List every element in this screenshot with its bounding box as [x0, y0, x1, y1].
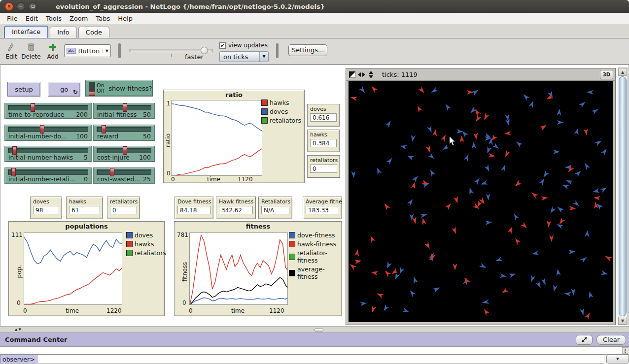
origin-corner-icon[interactable]	[349, 71, 355, 78]
plot-title: fitness	[175, 222, 342, 230]
legend-swatch	[289, 254, 295, 260]
turtle-agent	[587, 291, 594, 298]
turtle-agent	[473, 108, 481, 116]
slider-handle[interactable]	[11, 168, 16, 176]
vertical-arrows-icon[interactable]	[368, 71, 374, 78]
slider-cost-injure[interactable]: cost-injure100	[93, 146, 155, 162]
maximize-button[interactable]	[29, 2, 37, 11]
slider-time-to-reproduce[interactable]: time-to-reproduce200	[4, 103, 92, 119]
switch-track[interactable]	[89, 82, 95, 95]
turtle-agent	[375, 167, 382, 175]
slider-initial-number-retaliators[interactable]: initial-number-retali...0	[4, 167, 92, 184]
minimize-button[interactable]: −	[17, 2, 25, 11]
go-button[interactable]: go ↻	[48, 82, 80, 97]
turtle-agent	[370, 305, 376, 313]
legend-label: retaliators	[135, 249, 166, 257]
clear-button[interactable]: Clear	[596, 335, 626, 345]
monitor-hawks-ratio: hawks 0.384	[307, 130, 340, 152]
close-button[interactable]: ×	[5, 2, 13, 11]
tab-info[interactable]: Info	[50, 27, 77, 38]
turtle-agent	[591, 107, 599, 115]
legend-label: doves	[135, 232, 153, 239]
ratio-legend: hawksdovesretaliators	[261, 99, 301, 124]
turtle-agent	[385, 120, 392, 128]
trash-icon	[20, 42, 42, 53]
add-widget-button[interactable]: Add	[41, 42, 64, 60]
turtle-agent	[382, 304, 389, 313]
slider-initial-number-hawks[interactable]: initial-number-hawks5	[4, 146, 92, 162]
turtle-agent	[406, 153, 415, 160]
delete-widget-button[interactable]: Delete	[20, 42, 42, 60]
slider-handle[interactable]	[123, 146, 127, 155]
splitter-up-icon[interactable]: ▲	[15, 328, 17, 332]
turtle-agent	[390, 268, 399, 276]
horizontal-arrows-icon[interactable]	[358, 71, 365, 78]
legend-label: dove-fitness	[297, 232, 335, 239]
slider-handle[interactable]	[102, 125, 106, 133]
menu-help[interactable]: Help	[114, 13, 137, 24]
show-fitness-switch[interactable]: On Off show-fitness?	[85, 80, 153, 97]
slider-cost-wasted[interactable]: cost-wasted...25	[93, 167, 155, 184]
export-button[interactable]	[576, 335, 593, 345]
vertical-scrollbar[interactable]: ▲ ▼	[618, 67, 628, 325]
turtle-agent	[573, 200, 581, 208]
slider-handle[interactable]	[123, 103, 127, 112]
command-center-output[interactable]: ▲▼	[0, 346, 629, 355]
tab-interface[interactable]: Interface	[4, 26, 48, 38]
turtle-agent	[587, 90, 594, 94]
menu-tabs[interactable]: Tabs	[92, 13, 114, 24]
menu-zoom[interactable]: Zoom	[66, 13, 92, 24]
turtle-agent	[492, 143, 500, 151]
slider-handle[interactable]	[110, 168, 114, 176]
turtle-agent	[512, 212, 520, 221]
legend-label: hawks	[135, 240, 154, 248]
scroll-up-icon[interactable]: ▲	[618, 68, 627, 76]
y-axis-min: 0	[167, 170, 171, 177]
update-mode-dropdown[interactable]: on ticks ▼	[219, 51, 269, 62]
switch-handle[interactable]	[89, 91, 95, 96]
check-icon: ✔	[220, 42, 225, 49]
legend-swatch	[289, 270, 295, 276]
world-canvas[interactable]	[349, 81, 613, 322]
turtle-agent	[522, 93, 529, 100]
slider-reward[interactable]: reward50	[93, 125, 155, 141]
legend-item-doves: doves	[261, 108, 301, 115]
turtle-agent	[585, 311, 592, 320]
slider-initial-number-doves[interactable]: initial-number-do...100	[4, 125, 92, 141]
scroll-down-icon[interactable]: ▼	[618, 317, 627, 325]
command-input[interactable]	[37, 355, 604, 364]
3d-view-button[interactable]: 3D	[600, 70, 613, 79]
speed-slider[interactable]	[129, 49, 213, 52]
menu-file[interactable]: File	[3, 13, 22, 24]
slider-initial-fitness[interactable]: initial-fitness50	[93, 103, 155, 119]
turtle-agents	[349, 81, 613, 322]
settings-button[interactable]: Settings...	[288, 44, 327, 56]
output-scroll-spinner[interactable]: ▲▼	[622, 347, 629, 354]
turtle-agent	[561, 183, 569, 190]
slider-handle[interactable]	[40, 125, 44, 133]
menu-edit[interactable]: Edit	[22, 13, 42, 24]
slider-handle[interactable]	[12, 146, 17, 155]
turtle-agent	[546, 221, 551, 228]
splitter-grip[interactable]	[314, 329, 323, 331]
splitter-down-icon[interactable]: ▼	[18, 328, 21, 332]
diagonal-arrows-icon	[581, 336, 588, 343]
turtle-agent	[571, 289, 576, 296]
setup-button[interactable]: setup	[7, 82, 40, 97]
turtle-agent	[402, 308, 410, 315]
turtle-agent	[557, 120, 564, 125]
window-title: evolution_of_aggression - NetLogo {/home…	[56, 3, 325, 10]
turtle-agent	[412, 217, 418, 225]
history-dropdown[interactable]: ▼	[606, 355, 629, 364]
widget-type-chooser[interactable]: abc Button ▼	[64, 44, 111, 57]
turtle-agent	[507, 226, 514, 234]
slider-handle[interactable]	[31, 103, 35, 112]
turtle-agent	[556, 205, 564, 213]
scrollbar-thumb[interactable]	[619, 76, 627, 316]
turtle-agent	[565, 178, 573, 185]
tab-code[interactable]: Code	[78, 27, 109, 38]
turtle-agent	[488, 153, 495, 159]
view-updates-checkbox[interactable]: ✔	[219, 42, 226, 49]
menu-tools[interactable]: Tools	[42, 13, 66, 24]
command-center-splitter[interactable]: ▲ ▼	[0, 326, 629, 333]
